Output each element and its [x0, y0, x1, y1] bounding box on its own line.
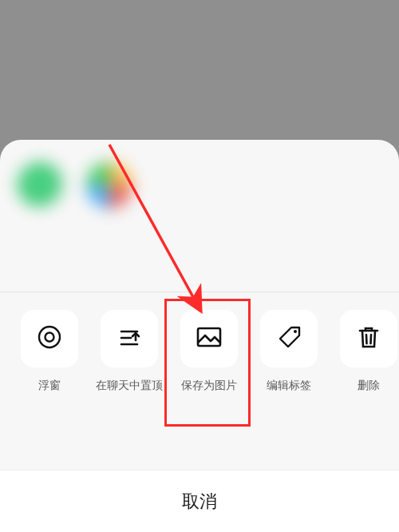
pin-top-icon — [115, 323, 144, 355]
action-sheet: 浮窗 在聊天中置顶 — [0, 140, 399, 532]
svg-point-1 — [45, 333, 54, 342]
action-label: 浮窗 — [38, 379, 61, 393]
preview-thumb — [86, 162, 132, 208]
action-label: 编辑标签 — [267, 379, 311, 393]
action-item-pin[interactable]: 在聊天中置顶 — [97, 310, 161, 393]
svg-line-9 — [366, 335, 367, 343]
cancel-button[interactable]: 取消 — [0, 470, 399, 532]
action-label: 在聊天中置顶 — [96, 379, 163, 393]
circle-dot-icon — [35, 323, 64, 355]
tag-icon — [275, 323, 303, 355]
action-item-tag[interactable]: 编辑标签 — [257, 310, 321, 393]
svg-line-10 — [371, 335, 372, 343]
image-icon — [194, 322, 224, 355]
svg-point-0 — [39, 327, 60, 347]
trash-icon — [354, 323, 383, 355]
screen: 浮窗 在聊天中置顶 — [0, 0, 399, 532]
action-item-float[interactable]: 浮窗 — [18, 310, 81, 393]
svg-point-7 — [294, 330, 297, 333]
action-item-delete[interactable]: 删除 — [337, 310, 399, 393]
action-item-save[interactable]: 保存为图片 — [177, 310, 241, 393]
svg-rect-6 — [198, 328, 220, 346]
preview-thumb — [18, 162, 64, 208]
preview-area — [0, 140, 399, 292]
cancel-label: 取消 — [182, 490, 217, 514]
action-label: 保存为图片 — [181, 379, 237, 393]
action-row: 浮窗 在聊天中置顶 — [0, 292, 399, 393]
action-label: 删除 — [358, 379, 380, 393]
